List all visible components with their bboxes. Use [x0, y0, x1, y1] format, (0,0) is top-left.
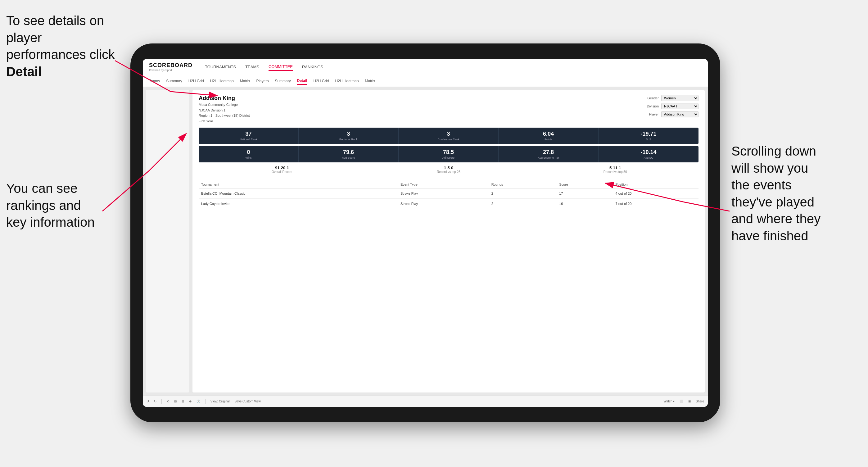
stat-regional-rank: 3 Regional Rank — [299, 128, 399, 144]
subnav-h2h-grid[interactable]: H2H Grid — [188, 77, 204, 85]
nav-rankings[interactable]: RANKINGS — [302, 63, 323, 70]
player-control: Player Addison King — [642, 111, 699, 117]
toolbar-screen[interactable]: ⬜ — [680, 400, 683, 403]
conference-rank-label: Conference Rank — [401, 138, 496, 141]
nav-teams[interactable]: TEAMS — [245, 63, 259, 70]
subnav-summary2[interactable]: Summary — [275, 77, 290, 85]
toolbar-share[interactable]: Share — [696, 400, 704, 403]
col-tournament: Tournament — [199, 181, 398, 188]
toolbar-sep2 — [205, 399, 206, 404]
avg-score-label: Avg Score — [301, 156, 396, 159]
points-value: 6.04 — [501, 131, 596, 137]
wins-label: Wins — [201, 156, 296, 159]
avg-sg-label: Avg SG — [601, 156, 696, 159]
annotation-topleft: To see details on player performances cl… — [6, 12, 124, 80]
content-area: Addison King Mesa Community College NJCA… — [143, 87, 708, 396]
col-rounds: Rounds — [489, 181, 557, 188]
points-label: Points — [501, 138, 596, 141]
table-row: Lady Coyote Invite Stroke Play 2 16 7 ou… — [199, 199, 699, 209]
stats-row1: 37 National Rank 3 Regional Rank 3 Confe… — [199, 128, 699, 144]
tournament-name-2: Lady Coyote Invite — [199, 199, 398, 209]
toolbar-grid[interactable]: ⊞ — [688, 400, 691, 403]
tablet-screen: SCOREBOARD Powered by clippd TOURNAMENTS… — [143, 59, 708, 407]
player-name: Addison King — [199, 95, 250, 101]
player-controls: Gender Women Men Division NJCAA I NJCAA … — [642, 95, 699, 117]
stat-points: 6.04 Points — [499, 128, 598, 144]
gender-select[interactable]: Women Men — [661, 95, 699, 101]
division-select[interactable]: NJCAA I NJCAA II — [661, 103, 699, 109]
toolbar-zoom-minus[interactable]: ⊟ — [182, 400, 184, 403]
toolbar-sep1 — [161, 399, 162, 404]
toolbar-fit[interactable]: ⊡ — [174, 400, 177, 403]
player-info: Addison King Mesa Community College NJCA… — [199, 95, 250, 124]
tournament-name-1: Estella CC- Mountain Classic — [199, 188, 398, 199]
record-overall: 91-20-1 Overall Record — [199, 165, 365, 174]
stat-wins: 0 Wins — [199, 146, 299, 162]
player-select[interactable]: Addison King — [661, 111, 699, 117]
stat-conference-rank: 3 Conference Rank — [399, 128, 499, 144]
rounds-2: 2 — [489, 199, 557, 209]
overall-record-label: Overall Record — [199, 170, 365, 174]
bottom-toolbar: ↺ ↻ ⟲ ⊡ ⊟ ⊕ 🕐 View: Original Save Custom… — [143, 396, 708, 407]
col-position: Position — [613, 181, 699, 188]
position-2: 7 out of 20 — [613, 199, 699, 209]
toolbar-save-custom[interactable]: Save Custom View — [235, 400, 261, 403]
stat-national-rank: 37 National Rank — [199, 128, 299, 144]
player-college: Mesa Community College — [199, 102, 250, 108]
player-header: Addison King Mesa Community College NJCA… — [199, 95, 699, 124]
subnav-matrix2[interactable]: Matrix — [365, 77, 375, 85]
score-2: 16 — [557, 199, 613, 209]
toolbar-zoom-plus[interactable]: ⊕ — [189, 400, 191, 403]
subnav-summary[interactable]: Summary — [166, 77, 182, 85]
player-label: Player — [642, 113, 659, 116]
division-label: Division — [642, 104, 659, 108]
toolbar-watch[interactable]: Watch ▾ — [664, 400, 675, 403]
col-event-type: Event Type — [398, 181, 489, 188]
subnav-h2h-heatmap2[interactable]: H2H Heatmap — [335, 77, 359, 85]
annotation-bottomleft: You can seerankings andkey information — [6, 180, 118, 231]
event-type-1: Stroke Play — [398, 188, 489, 199]
avg-sg-value: -10.14 — [601, 149, 696, 156]
overall-record-value: 91-20-1 — [199, 165, 365, 170]
regional-rank-label: Regional Rank — [301, 138, 396, 141]
subnav-h2h-heatmap[interactable]: H2H Heatmap — [210, 77, 234, 85]
stat-avg-sg: -10.14 Avg SG — [598, 146, 699, 162]
top50-record-label: Record vs top 50 — [532, 170, 699, 174]
sub-nav: Teams Summary H2H Grid H2H Heatmap Matri… — [143, 75, 708, 87]
logo-area: SCOREBOARD Powered by clippd — [149, 62, 192, 72]
left-sidebar — [146, 90, 189, 393]
gender-label: Gender — [642, 96, 659, 100]
gender-control: Gender Women Men — [642, 95, 699, 101]
toolbar-refresh[interactable]: ⟲ — [167, 400, 169, 403]
rounds-1: 2 — [489, 188, 557, 199]
record-top25: 1-5-0 Record vs top 25 — [365, 165, 532, 174]
avg-score-value: 79.6 — [301, 149, 396, 156]
stat-avg-score: 79.6 Avg Score — [299, 146, 399, 162]
stats-row2: 0 Wins 79.6 Avg Score 78.5 Adj Score 27.… — [199, 146, 699, 162]
toolbar-redo[interactable]: ↻ — [154, 400, 156, 403]
record-top50: 5-11-1 Record vs top 50 — [532, 165, 699, 174]
stat-avg-score-par: 27.8 Avg Score to Par — [499, 146, 598, 162]
top25-record-label: Record vs top 25 — [365, 170, 532, 174]
subnav-h2h-grid2[interactable]: H2H Grid — [313, 77, 329, 85]
tablet-frame: SCOREBOARD Powered by clippd TOURNAMENTS… — [130, 43, 720, 422]
division-control: Division NJCAA I NJCAA II — [642, 103, 699, 109]
nav-committee[interactable]: COMMITTEE — [269, 63, 293, 71]
player-year: First Year — [199, 119, 250, 124]
subnav-teams[interactable]: Teams — [149, 77, 160, 85]
stat-adj-score: 78.5 Adj Score — [399, 146, 499, 162]
sos-value: -19.71 — [601, 131, 696, 137]
toolbar-view-original[interactable]: View: Original — [211, 400, 230, 403]
subnav-detail[interactable]: Detail — [297, 77, 307, 85]
annotation-detail-bold: Detail — [6, 64, 41, 79]
player-division: NJCAA Division 1 — [199, 108, 250, 113]
toolbar-history[interactable]: 🕐 — [196, 400, 200, 403]
player-region: Region 1 - Southwest (18) District — [199, 113, 250, 119]
toolbar-undo[interactable]: ↺ — [147, 400, 149, 403]
nav-tournaments[interactable]: TOURNAMENTS — [205, 63, 236, 70]
subnav-players[interactable]: Players — [256, 77, 269, 85]
top-nav: SCOREBOARD Powered by clippd TOURNAMENTS… — [143, 59, 708, 75]
records-row: 91-20-1 Overall Record 1-5-0 Record vs t… — [199, 165, 699, 177]
subnav-matrix[interactable]: Matrix — [240, 77, 250, 85]
col-score: Score — [557, 181, 613, 188]
